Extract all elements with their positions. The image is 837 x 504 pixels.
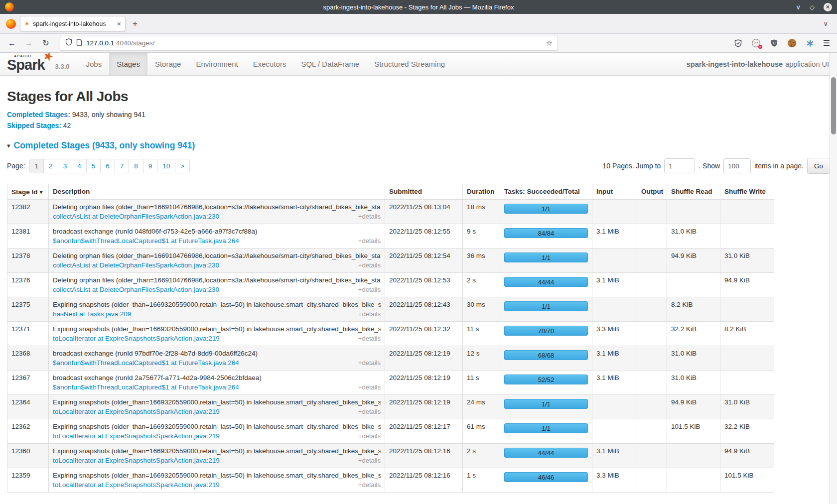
ublock-shield-icon[interactable]: U bbox=[769, 38, 779, 48]
spark-tab-structured-streaming[interactable]: Structured Streaming bbox=[367, 53, 452, 75]
input-cell bbox=[592, 249, 637, 273]
submitted-cell: 2022/11/25 08:12:16 bbox=[385, 444, 463, 468]
details-link[interactable]: +details bbox=[358, 408, 381, 415]
column-header-shuffle-read[interactable]: Shuffle Read bbox=[667, 184, 720, 200]
page-label: Page: bbox=[7, 162, 25, 170]
spark-version: 3.3.0 bbox=[55, 63, 70, 72]
page-info-icon[interactable] bbox=[76, 39, 82, 48]
page-button-5[interactable]: 5 bbox=[86, 159, 101, 173]
spark-tab-stages[interactable]: Stages bbox=[109, 53, 147, 75]
column-header-shuffle-write[interactable]: Shuffle Write bbox=[720, 184, 774, 200]
application-ui-label: spark-ingest-into-lakehouse application … bbox=[679, 53, 837, 75]
page-button-3[interactable]: 3 bbox=[58, 159, 72, 173]
page-button-4[interactable]: 4 bbox=[72, 159, 86, 173]
duration-cell: 2 s bbox=[463, 273, 500, 297]
input-cell: 3.1 MiB bbox=[592, 346, 637, 371]
scrollbar-thumb[interactable] bbox=[831, 77, 836, 134]
next-page-button[interactable]: > bbox=[175, 159, 189, 173]
description-cell: Expiring snapshots (older_than=166932055… bbox=[49, 419, 385, 444]
browser-tab[interactable]: ✶ spark-ingest-into-lakehous × bbox=[20, 16, 126, 31]
details-link[interactable]: +details bbox=[358, 457, 381, 464]
spark-tab-jobs[interactable]: Jobs bbox=[79, 53, 110, 75]
stage-row-12364: 12364Expiring snapshots (older_than=1669… bbox=[7, 395, 774, 419]
description-link[interactable]: $anonfun$withThreadLocalCaptured$1 at Fu… bbox=[53, 359, 239, 367]
cookie-icon[interactable] bbox=[787, 38, 797, 48]
url-bar[interactable]: 127.0.0.1:4040/stages/ ☆ bbox=[60, 36, 558, 51]
column-header-input[interactable]: Input bbox=[592, 184, 637, 200]
column-header-duration[interactable]: Duration bbox=[463, 184, 500, 200]
tasks-cell: 1/1 bbox=[500, 419, 592, 444]
tab-close-icon[interactable]: × bbox=[117, 20, 121, 27]
new-tab-button[interactable]: + bbox=[133, 19, 138, 29]
details-link[interactable]: +details bbox=[358, 286, 381, 293]
column-header-description[interactable]: Description bbox=[49, 184, 385, 200]
page-button-10[interactable]: 10 bbox=[157, 159, 175, 173]
description-link[interactable]: collectAsList at DeleteOrphanFilesSparkA… bbox=[53, 261, 219, 269]
description-link[interactable]: toLocalIterator at ExpireSnapshotsSparkA… bbox=[53, 481, 220, 489]
completed-stages-section-toggle[interactable]: ▾ Completed Stages (9433, only showing 9… bbox=[7, 140, 830, 151]
privacy-mask-icon[interactable]: ◠× bbox=[751, 38, 761, 48]
column-header-submitted[interactable]: Submitted bbox=[385, 184, 463, 200]
stage-row-12382: 12382Deleting orphan files (older_than=1… bbox=[7, 200, 774, 224]
description-link[interactable]: hasNext at Tasks.java:209 bbox=[53, 310, 131, 318]
description-link[interactable]: toLocalIterator at ExpireSnapshotsSparkA… bbox=[53, 335, 220, 342]
shuffle-read-cell bbox=[667, 444, 720, 468]
details-link[interactable]: +details bbox=[358, 383, 381, 391]
url-text[interactable]: 127.0.0.1:4040/stages/ bbox=[86, 39, 542, 47]
shuffle-write-cell: 31.0 KiB bbox=[720, 395, 774, 419]
tasks-progress-bar: 70/70 bbox=[504, 326, 588, 336]
spark-tab-environment[interactable]: Environment bbox=[188, 53, 245, 75]
close-icon[interactable]: × bbox=[824, 3, 832, 11]
page-button-8[interactable]: 8 bbox=[129, 159, 143, 173]
menu-icon[interactable]: ☰ bbox=[823, 38, 830, 48]
description-link[interactable]: toLocalIterator at ExpireSnapshotsSparkA… bbox=[53, 432, 220, 440]
page-button-9[interactable]: 9 bbox=[143, 159, 157, 173]
spark-tab-storage[interactable]: Storage bbox=[147, 53, 189, 75]
details-link[interactable]: +details bbox=[358, 310, 381, 318]
description-text: Deleting orphan files (older_than=166910… bbox=[53, 203, 381, 211]
page-button-7[interactable]: 7 bbox=[115, 159, 129, 173]
page-button-6[interactable]: 6 bbox=[100, 159, 115, 173]
pocket-shield-icon[interactable] bbox=[733, 38, 743, 48]
details-link[interactable]: +details bbox=[358, 432, 381, 440]
show-label: . Show bbox=[698, 162, 720, 170]
submitted-cell: 2022/11/25 08:12:19 bbox=[385, 371, 463, 395]
shield-icon[interactable] bbox=[65, 38, 72, 48]
page-button-2[interactable]: 2 bbox=[43, 159, 58, 173]
spark-brand[interactable]: APACHE Spark ★ 3.3.0 bbox=[7, 53, 79, 75]
items-per-page-input[interactable] bbox=[723, 158, 751, 173]
completed-stages-summary: Completed Stages: 9433, only showing 941 bbox=[7, 111, 830, 119]
tab-title: spark-ingest-into-lakehous bbox=[33, 20, 114, 27]
column-header-tasks-succeeded-total[interactable]: Tasks: Succeeded/Total bbox=[500, 184, 592, 200]
description-link[interactable]: toLocalIterator at ExpireSnapshotsSparkA… bbox=[53, 457, 220, 464]
details-link[interactable]: +details bbox=[358, 261, 381, 269]
bookmark-star-icon[interactable]: ☆ bbox=[546, 39, 553, 48]
description-text: Expiring snapshots (older_than=166932055… bbox=[53, 447, 381, 455]
description-link[interactable]: $anonfun$withThreadLocalCaptured$1 at Fu… bbox=[53, 237, 239, 245]
column-header-output[interactable]: Output bbox=[637, 184, 667, 200]
page-scrollbar[interactable] bbox=[830, 53, 837, 504]
maximize-icon[interactable]: ◇ bbox=[810, 4, 815, 10]
details-link[interactable]: +details bbox=[358, 359, 381, 367]
column-header-stage-id[interactable]: Stage Id ▾ bbox=[7, 184, 49, 200]
details-link[interactable]: +details bbox=[358, 481, 381, 489]
description-link[interactable]: $anonfun$withThreadLocalCaptured$1 at Fu… bbox=[53, 383, 239, 391]
back-icon[interactable]: ← bbox=[5, 36, 19, 50]
minimize-icon[interactable]: ∨ bbox=[796, 4, 801, 10]
forward-icon[interactable]: → bbox=[22, 36, 36, 50]
go-button[interactable]: Go bbox=[807, 158, 830, 174]
description-link[interactable]: toLocalIterator at ExpireSnapshotsSparkA… bbox=[53, 408, 220, 415]
spark-tab-executors[interactable]: Executors bbox=[246, 53, 294, 75]
description-link[interactable]: collectAsList at DeleteOrphanFilesSparkA… bbox=[53, 286, 219, 293]
page-button-1[interactable]: 1 bbox=[30, 159, 44, 173]
jump-to-page-input[interactable] bbox=[664, 158, 695, 173]
spark-tab-sql-dataframe[interactable]: SQL / DataFrame bbox=[293, 53, 367, 75]
extension-asterisk-icon[interactable] bbox=[805, 38, 815, 48]
description-link[interactable]: collectAsList at DeleteOrphanFilesSparkA… bbox=[53, 213, 219, 220]
list-all-tabs-icon[interactable]: ∨ bbox=[823, 20, 828, 27]
pages-summary: 10 Pages. Jump to bbox=[603, 162, 661, 170]
details-link[interactable]: +details bbox=[358, 335, 381, 342]
details-link[interactable]: +details bbox=[358, 213, 381, 220]
details-link[interactable]: +details bbox=[358, 237, 381, 245]
duration-cell: 2 s bbox=[463, 444, 500, 468]
